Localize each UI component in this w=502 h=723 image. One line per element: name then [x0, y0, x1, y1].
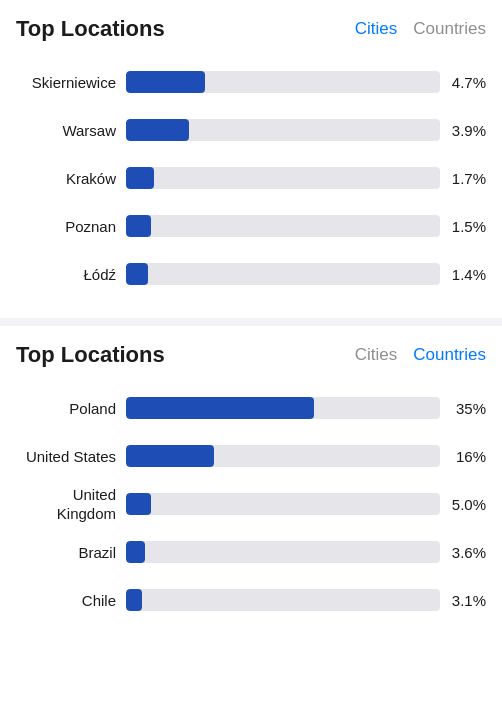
bar-track [126, 71, 440, 93]
bar-fill [126, 589, 142, 611]
bar-value: 3.9% [440, 122, 486, 139]
bar-label: UnitedKingdom [16, 485, 126, 524]
bar-track [126, 397, 440, 419]
section2-header: Top Locations Cities Countries [0, 342, 502, 384]
bar-label: Chile [16, 592, 126, 609]
bar-value: 3.1% [440, 592, 486, 609]
bar-fill [126, 493, 151, 515]
table-row: Poznan1.5% [0, 202, 502, 250]
bar-label: Brazil [16, 544, 126, 561]
table-row: Warsaw3.9% [0, 106, 502, 154]
bar-label: Warsaw [16, 122, 126, 139]
bar-track [126, 589, 440, 611]
section1-header: Top Locations Cities Countries [0, 16, 502, 58]
bar-value: 3.6% [440, 544, 486, 561]
tab-countries-2[interactable]: Countries [413, 345, 486, 365]
bar-fill [126, 397, 314, 419]
bar-track [126, 493, 440, 515]
section-cities: Top Locations Cities Countries Skierniew… [0, 0, 502, 318]
bar-fill [126, 119, 189, 141]
table-row: UnitedKingdom5.0% [0, 480, 502, 528]
bar-label: Poznan [16, 218, 126, 235]
bar-fill [126, 541, 145, 563]
bar-label: Poland [16, 400, 126, 417]
table-row: Skierniewice4.7% [0, 58, 502, 106]
bar-fill [126, 167, 154, 189]
bar-fill [126, 215, 151, 237]
bar-fill [126, 263, 148, 285]
bar-value: 1.5% [440, 218, 486, 235]
section1-bar-list: Skierniewice4.7%Warsaw3.9%Kraków1.7%Pozn… [0, 58, 502, 298]
bar-fill [126, 71, 205, 93]
table-row: Łódź1.4% [0, 250, 502, 298]
table-row: Poland35% [0, 384, 502, 432]
tab-cities-2[interactable]: Cities [355, 345, 398, 365]
bar-track [126, 215, 440, 237]
bar-track [126, 541, 440, 563]
bar-value: 4.7% [440, 74, 486, 91]
tab-cities-1[interactable]: Cities [355, 19, 398, 39]
section1-tabs: Cities Countries [355, 19, 486, 39]
bar-fill [126, 445, 214, 467]
bar-track [126, 167, 440, 189]
bar-label: Skierniewice [16, 74, 126, 91]
tab-countries-1[interactable]: Countries [413, 19, 486, 39]
bar-value: 16% [440, 448, 486, 465]
section1-title: Top Locations [16, 16, 165, 42]
bar-track [126, 119, 440, 141]
table-row: Brazil3.6% [0, 528, 502, 576]
table-row: Kraków1.7% [0, 154, 502, 202]
bar-value: 1.4% [440, 266, 486, 283]
bar-label: Kraków [16, 170, 126, 187]
section-countries: Top Locations Cities Countries Poland35%… [0, 326, 502, 644]
section2-bar-list: Poland35%United States16%UnitedKingdom5.… [0, 384, 502, 624]
bar-value: 35% [440, 400, 486, 417]
table-row: Chile3.1% [0, 576, 502, 624]
bar-value: 5.0% [440, 496, 486, 513]
section-divider [0, 318, 502, 326]
section2-tabs: Cities Countries [355, 345, 486, 365]
bar-track [126, 263, 440, 285]
bar-value: 1.7% [440, 170, 486, 187]
bar-label: United States [16, 448, 126, 465]
table-row: United States16% [0, 432, 502, 480]
bar-track [126, 445, 440, 467]
section2-title: Top Locations [16, 342, 165, 368]
bar-label: Łódź [16, 266, 126, 283]
